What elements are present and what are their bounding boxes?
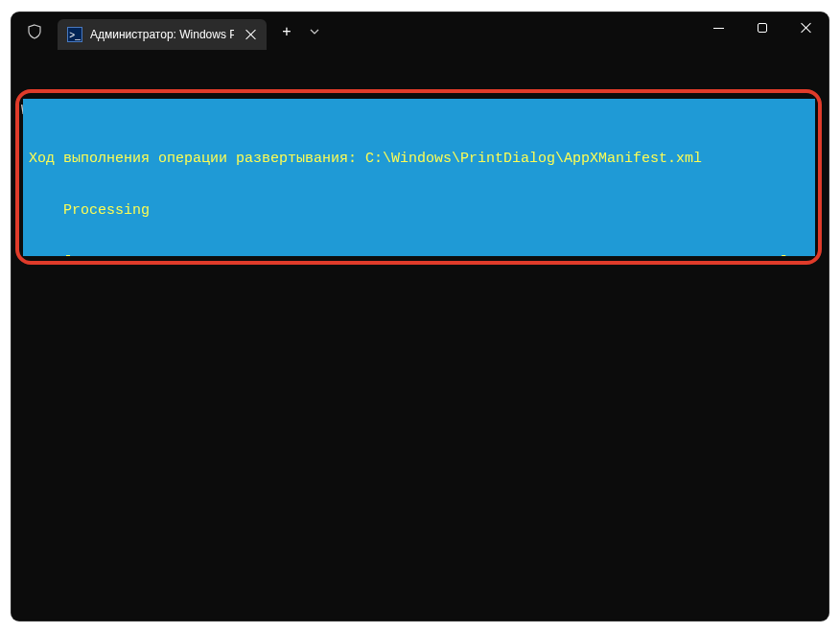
plus-icon: + (282, 23, 291, 40)
progress-panel: Ход выполнения операции развертывания: C… (23, 99, 815, 256)
active-tab[interactable]: >_ Администратор: Windows Po (58, 19, 267, 50)
maximize-button[interactable] (740, 12, 784, 43)
powershell-icon-glyph: >_ (69, 30, 80, 40)
window-controls (696, 12, 828, 43)
progress-bar-line: [ooooooooooooooooooooooooooooooooooooooo… (29, 254, 809, 256)
progress-line: Ход выполнения операции развертывания: C… (29, 151, 809, 168)
progress-line: Processing (29, 202, 809, 220)
close-icon (245, 29, 257, 40)
powershell-icon: >_ (67, 27, 82, 42)
chevron-down-icon (310, 29, 319, 35)
minimize-button[interactable] (696, 12, 740, 43)
maximize-icon (758, 23, 767, 33)
tab-dropdown-button[interactable] (301, 17, 328, 46)
titlebar: >_ Администратор: Windows Po + (12, 12, 828, 51)
close-window-button[interactable] (784, 12, 828, 43)
tab-title: Администратор: Windows Po (90, 28, 234, 41)
minimize-icon (713, 28, 724, 29)
tab-close-button[interactable] (242, 25, 261, 44)
close-icon (801, 22, 812, 34)
new-tab-button[interactable]: + (272, 17, 301, 46)
shield-icon (27, 24, 42, 39)
admin-shield-area (12, 12, 58, 51)
app-window: >_ Администратор: Windows Po + (12, 12, 828, 621)
